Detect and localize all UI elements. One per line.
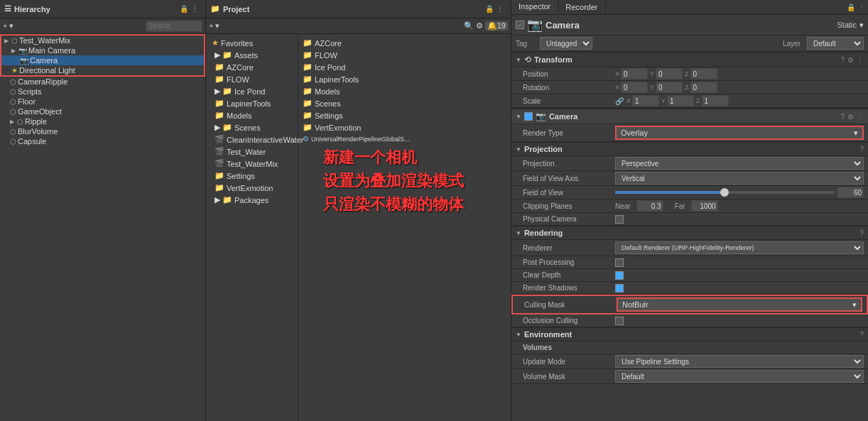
tree-item-directional-light[interactable]: ☀ Directional Light <box>1 65 204 75</box>
flow-item[interactable]: 📁 FLOW <box>209 73 298 85</box>
vertex-item[interactable]: 📁 VertExmotion <box>209 182 298 194</box>
camera-comp-help[interactable]: ? <box>840 113 845 121</box>
tab-inspector[interactable]: Inspector <box>511 0 558 14</box>
camera-comp-more[interactable]: ⋮ <box>857 113 864 121</box>
culling-mask-dropdown[interactable]: NotBulr ▾ <box>617 297 862 312</box>
occlusion-checkbox[interactable] <box>615 317 624 325</box>
render-shadows-label: Render Shadows <box>523 284 615 292</box>
asset-lapiner[interactable]: 📁 LapinerTools <box>298 73 511 85</box>
assets-root-item[interactable]: ▶ 📁 Assets <box>209 49 298 61</box>
layer-dropdown[interactable]: Default <box>807 37 864 50</box>
object-enable-checkbox[interactable] <box>516 21 524 29</box>
pos-y-input[interactable] <box>656 68 683 80</box>
scale-y-input[interactable] <box>667 95 694 106</box>
volume-mask-dropdown[interactable]: Default <box>615 370 864 383</box>
tree-label: Capsule <box>18 137 46 146</box>
clean-interactive-item[interactable]: 🎬 CleanInteractiveWater <box>209 133 298 146</box>
azcore-item[interactable]: 📁 AZCore <box>209 61 298 73</box>
asset-ice-pond[interactable]: 📁 Ice Pond <box>298 61 511 73</box>
asset-settings[interactable]: 📁 Settings <box>298 109 511 121</box>
tree-item-capsule[interactable]: ⬡ Capsule <box>0 136 205 146</box>
environment-help[interactable]: ? <box>859 331 864 339</box>
hierarchy-add-btn[interactable]: + ▾ <box>3 21 13 31</box>
project-lock-icon[interactable]: 🔒 <box>485 5 494 13</box>
inspector-more-icon[interactable]: ⋮ <box>858 4 865 11</box>
asset-models[interactable]: 📁 Models <box>298 85 511 97</box>
tree-item-blur-volume[interactable]: ⬡ BlurVolume <box>0 126 205 136</box>
asset-vertexmotion[interactable]: 📁 VertExmotion <box>298 121 511 133</box>
rot-y-label: Y <box>650 84 654 91</box>
render-type-dropdown[interactable]: Overlay ▾ <box>615 126 864 140</box>
pos-z-input[interactable] <box>690 68 717 80</box>
rot-x-input[interactable] <box>621 82 648 93</box>
environment-section-header[interactable]: ▼ Environment ? <box>511 327 868 341</box>
occlusion-label: Occlusion Culling <box>523 317 615 324</box>
tree-item-gameobject[interactable]: ⬡ GameObject <box>0 106 205 116</box>
render-type-label: Render Type <box>523 129 615 137</box>
camera-comp-settings[interactable]: ⚙ <box>847 113 854 121</box>
fov-slider[interactable] <box>615 191 834 194</box>
test-watermix-item[interactable]: 🎬 Test_WaterMix <box>209 158 298 170</box>
renderer-dropdown[interactable]: Default Renderer (URP-HighFidelity-Rende… <box>615 241 864 254</box>
tag-dropdown[interactable]: Untagged <box>540 37 592 50</box>
ice-pond-item[interactable]: ▶ 📁 Ice Pond <box>209 85 298 97</box>
clear-depth-checkbox[interactable] <box>615 271 624 280</box>
projection-dropdown[interactable]: Perspective <box>615 157 864 170</box>
asset-flow[interactable]: 📁 FLOW <box>298 49 511 61</box>
tree-item-floor[interactable]: ⬡ Floor <box>0 97 205 106</box>
scale-x-input[interactable] <box>632 95 659 106</box>
lapiner-item[interactable]: 📁 LapinerTools <box>209 97 298 109</box>
tree-item-camera[interactable]: 📷 Camera <box>1 55 204 65</box>
settings-item[interactable]: 📁 Settings <box>209 170 298 182</box>
rot-y-input[interactable] <box>656 82 683 93</box>
transform-help-icon[interactable]: ? <box>840 56 845 64</box>
object-name: Camera <box>546 20 834 31</box>
favorites-item[interactable]: ★ Favorites <box>206 37 298 49</box>
packages-item[interactable]: ▶ 📁 Packages <box>209 194 298 206</box>
update-mode-dropdown[interactable]: Use Pipeline Settings <box>615 355 864 368</box>
fov-input[interactable] <box>837 187 864 198</box>
models-item[interactable]: 📁 Models <box>209 109 298 121</box>
tree-item-test-watermix[interactable]: ▶ ⬡ Test_WaterMix <box>1 35 204 45</box>
inspector-lock-icon[interactable]: 🔒 <box>847 4 855 11</box>
hierarchy-search[interactable] <box>146 21 202 32</box>
transform-more-icon[interactable]: ⋮ <box>857 56 864 64</box>
render-shadows-checkbox[interactable] <box>615 284 624 292</box>
volumes-row: Volumes <box>511 341 868 354</box>
tree-item-scripts[interactable]: ⬡ Scripts <box>0 87 205 97</box>
culling-mask-label: Culling Mask <box>524 301 617 309</box>
asset-azcore[interactable]: 📁 AZCore <box>298 37 511 49</box>
hierarchy-lock-icon[interactable]: 🔒 <box>180 5 188 13</box>
tree-item-camera-ripple[interactable]: ⬡ CameraRipple <box>0 77 205 87</box>
camera-comp-checkbox[interactable] <box>524 112 533 121</box>
rendering-section-header[interactable]: ▼ Rendering ? <box>511 226 868 240</box>
rot-z-input[interactable] <box>690 82 717 93</box>
pos-x-input[interactable] <box>621 68 648 80</box>
occlusion-row: Occlusion Culling <box>511 315 868 327</box>
tree-label: Floor <box>18 97 36 106</box>
fov-axis-dropdown[interactable]: Vertical <box>615 172 864 185</box>
hierarchy-more-icon[interactable]: ⋮ <box>191 5 198 13</box>
projection-help[interactable]: ? <box>859 146 864 153</box>
camera-comp-title: Camera <box>549 112 838 121</box>
tree-item-ripple[interactable]: ▶ ⬡ Ripple <box>0 116 205 126</box>
far-input[interactable] <box>691 200 718 212</box>
tree-item-main-camera[interactable]: ▶ 📷 Main Camera <box>1 45 204 55</box>
rendering-help[interactable]: ? <box>859 229 864 237</box>
transform-section-header[interactable]: ▼ ⟲ Transform ? ⚙ ⋮ <box>511 52 868 67</box>
physical-checkbox[interactable] <box>615 215 624 224</box>
tab-recorder[interactable]: Recorder <box>558 1 605 13</box>
scenes-item[interactable]: ▶ 📁 Scenes <box>209 121 298 133</box>
post-processing-checkbox[interactable] <box>615 258 624 267</box>
static-dropdown-icon[interactable]: ▾ <box>859 21 864 30</box>
project-more-icon[interactable]: ⋮ <box>497 5 504 13</box>
project-add-btn[interactable]: + ▾ <box>209 21 219 31</box>
near-input[interactable] <box>636 200 663 212</box>
asset-label: VertExmotion <box>315 124 361 132</box>
scale-z-input[interactable] <box>702 95 729 106</box>
projection-section-header[interactable]: ▼ Projection ? <box>511 142 868 156</box>
test-water-item[interactable]: 🎬 Test_Water <box>209 146 298 158</box>
transform-settings-icon[interactable]: ⚙ <box>847 56 854 64</box>
asset-urp-global[interactable]: ⚙ UniversalRenderPipelineGlobalS... <box>298 133 511 144</box>
asset-scenes[interactable]: 📁 Scenes <box>298 97 511 109</box>
